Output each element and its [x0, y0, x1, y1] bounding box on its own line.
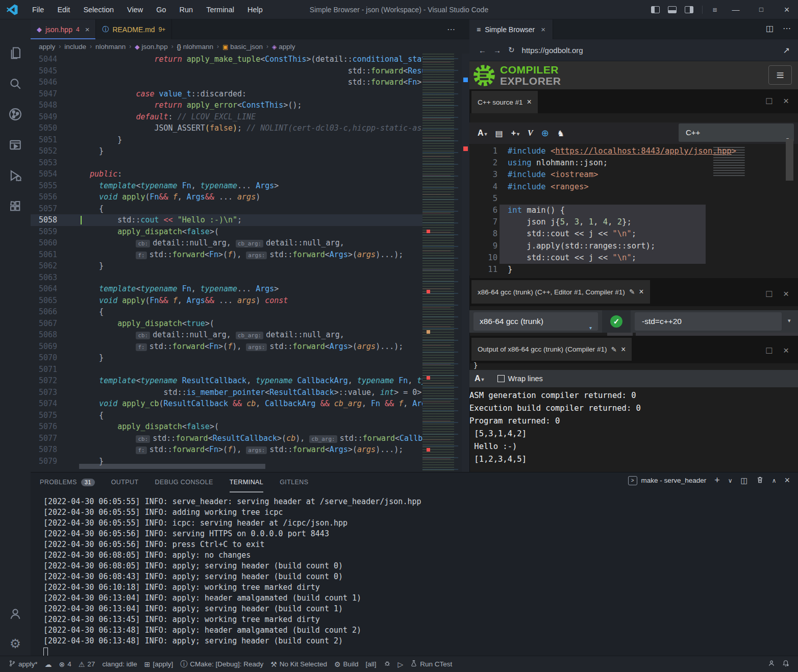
maximize-pane-icon[interactable]: □: [766, 288, 771, 300]
status-warnings[interactable]: ⚠27: [75, 660, 99, 669]
menu-item-run[interactable]: Run: [173, 0, 200, 19]
status--all-[interactable]: [all]: [362, 660, 380, 669]
terminal-output[interactable]: [2022-04-30 06:05:55] INFO: serve_header…: [43, 496, 421, 657]
breadcrumb-item-include[interactable]: include: [64, 43, 86, 51]
editor-actions-kebab-icon[interactable]: ⋯: [447, 24, 456, 34]
toggle-sidebar-icon[interactable]: [651, 6, 660, 13]
tab-cpp-source[interactable]: C++ source #1 ×: [471, 91, 538, 113]
status-info-circle[interactable]: ⓘCMake: [Debug]: Ready: [177, 660, 267, 669]
url-input[interactable]: https://godbolt.org: [522, 46, 583, 55]
breadcrumb-item-basic_json[interactable]: ▣basic_json: [222, 43, 263, 51]
maximize-panel-icon[interactable]: ∧: [772, 477, 777, 484]
live-preview-icon[interactable]: [7, 137, 23, 153]
search-icon[interactable]: [7, 76, 23, 92]
close-pane-icon[interactable]: ×: [783, 288, 789, 300]
open-external-icon[interactable]: ↗: [783, 45, 790, 55]
menu-item-selection[interactable]: Selection: [77, 0, 120, 19]
run-debug-icon[interactable]: [7, 167, 23, 184]
settings-gear-icon[interactable]: ⚙: [7, 635, 23, 652]
tab-compiler[interactable]: x86-64 gcc (trunk) (C++, Editor #1, Comp…: [471, 280, 650, 304]
status-source-branch[interactable]: apply*: [5, 660, 41, 669]
status-debug-bug[interactable]: [380, 660, 394, 669]
compiler-options-input[interactable]: -std=c++20: [635, 312, 782, 331]
close-window-button[interactable]: ×: [776, 0, 798, 19]
menu-item-view[interactable]: View: [120, 0, 149, 19]
rename-pane-icon[interactable]: ✎: [611, 345, 617, 354]
split-editor-icon[interactable]: ◫: [766, 23, 774, 33]
status-errors[interactable]: ⊗4: [56, 660, 75, 669]
source-control-icon[interactable]: [7, 106, 23, 122]
tools-icon[interactable]: ♞: [557, 129, 564, 138]
toggle-secondary-sidebar-icon[interactable]: [685, 6, 693, 13]
status-build-gear[interactable]: ⚙Build: [331, 660, 362, 669]
vim-mode-icon[interactable]: V: [528, 129, 533, 138]
close-tab-icon[interactable]: ×: [541, 25, 545, 34]
panel-tab-terminal[interactable]: TERMINAL: [230, 472, 263, 492]
font-size-icon[interactable]: A▾: [475, 374, 484, 383]
godbolt-scrollbar[interactable]: [786, 139, 793, 181]
menu-item-help[interactable]: Help: [241, 0, 269, 19]
close-pane-icon[interactable]: ×: [783, 345, 789, 356]
breadcrumb-item-nlohmann[interactable]: {}nlohmann: [177, 43, 213, 51]
panel-tab-problems[interactable]: PROBLEMS31: [40, 472, 95, 492]
close-pane-icon[interactable]: ×: [639, 287, 643, 296]
status-publish-cloud[interactable]: ☁: [41, 660, 56, 669]
compiler-select[interactable]: x86-64 gcc (trunk) ▾: [473, 312, 598, 331]
tab-output[interactable]: Output of x86-64 gcc (trunk) (Compiler #…: [471, 338, 632, 361]
maximize-button[interactable]: □: [750, 0, 772, 19]
status-kit-tools[interactable]: ⚒No Kit Selected: [267, 660, 331, 669]
panel-tab-debug-console[interactable]: DEBUG CONSOLE: [155, 472, 213, 492]
panel-tab-gitlens[interactable]: GITLENS: [280, 472, 308, 492]
menu-item-edit[interactable]: Edit: [51, 0, 77, 19]
close-pane-icon[interactable]: ×: [527, 97, 532, 107]
breadcrumb-item-apply[interactable]: apply: [39, 43, 55, 51]
forward-icon[interactable]: →: [493, 46, 501, 55]
minimize-button[interactable]: —: [725, 0, 747, 19]
options-dropdown-icon[interactable]: ▾: [788, 317, 791, 324]
breadcrumb-item-apply[interactable]: ◈apply: [272, 43, 295, 51]
status-clangd-idle[interactable]: clangd: idle: [98, 660, 140, 669]
explorer-icon[interactable]: [7, 45, 23, 61]
maximize-pane-icon[interactable]: □: [766, 345, 771, 356]
terminal-dropdown-icon[interactable]: ∨: [728, 477, 733, 484]
kill-terminal-icon[interactable]: [756, 476, 764, 485]
panel-tab-output[interactable]: OUTPUT: [111, 472, 139, 492]
status-ctest-beaker[interactable]: Run CTest: [407, 660, 456, 669]
accounts-icon[interactable]: [7, 606, 23, 622]
terminal-selector[interactable]: > make - serve_header: [628, 476, 707, 485]
code-editor[interactable]: 5044 return apply_make_tuple<ConstThis>(…: [31, 54, 422, 472]
breadcrumb-item-json.hpp[interactable]: ◆json.hpp: [135, 43, 167, 51]
breadcrumb-item-nlohmann[interactable]: nlohmann: [95, 43, 126, 51]
back-icon[interactable]: ←: [479, 46, 486, 55]
tab-simple-browser[interactable]: ≡ Simple Browser ×: [469, 19, 553, 39]
minimap[interactable]: [422, 54, 462, 472]
menu-item-go[interactable]: Go: [149, 0, 172, 19]
wrap-lines-checkbox[interactable]: [497, 375, 505, 382]
toggle-panel-icon[interactable]: [668, 6, 677, 13]
save-icon[interactable]: ▤: [495, 129, 503, 138]
split-terminal-icon[interactable]: ◫: [741, 476, 748, 485]
customize-layout-icon[interactable]: ⧈: [713, 6, 717, 14]
close-pane-icon[interactable]: ×: [621, 345, 626, 354]
status-notifications-bell[interactable]: [779, 660, 793, 668]
tab-readme.md[interactable]: ⓘREADME.md9+: [96, 19, 172, 39]
more-actions-kebab-icon[interactable]: ⋯: [783, 23, 791, 33]
new-terminal-icon[interactable]: +: [714, 475, 720, 486]
horizontal-scrollbar[interactable]: [79, 464, 265, 469]
tab-json.hpp[interactable]: ◆json.hpp4×: [31, 19, 96, 39]
zoom-icon[interactable]: ⊕: [541, 128, 549, 139]
maximize-pane-icon[interactable]: □: [766, 95, 771, 107]
status-active-project-folder[interactable]: ⊞[apply]: [141, 660, 177, 669]
extensions-icon[interactable]: [7, 198, 23, 214]
status-feedback-person[interactable]: [764, 660, 779, 668]
hamburger-menu-icon[interactable]: ≡: [768, 65, 792, 85]
close-tab-icon[interactable]: ×: [85, 25, 90, 34]
close-panel-icon[interactable]: ×: [784, 475, 790, 486]
language-select[interactable]: C++ ▾: [679, 123, 794, 142]
close-pane-icon[interactable]: ×: [783, 95, 789, 107]
add-pane-icon[interactable]: +▾: [511, 129, 519, 138]
menu-item-file[interactable]: File: [26, 0, 51, 19]
menu-item-terminal[interactable]: Terminal: [199, 0, 241, 19]
reload-icon[interactable]: ↻: [508, 45, 515, 55]
status-launch-play[interactable]: ▷: [394, 660, 407, 669]
